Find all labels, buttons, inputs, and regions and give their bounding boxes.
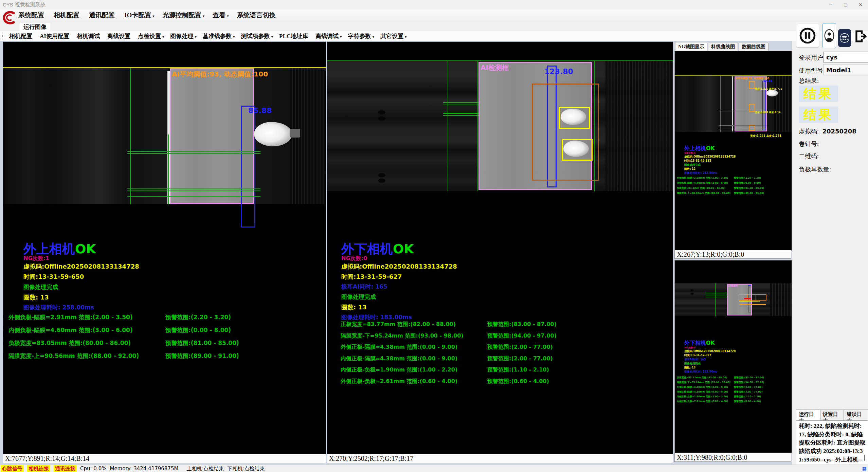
lower-camera-image[interactable]: AI检测框 123.80 — [327, 61, 673, 191]
green-detect-line — [127, 151, 260, 152]
menu-bar: 系统配置 相机配置 通讯配置 IO卡配置▾ 光源控制配置▾ 查看▾ 系统语言切换 — [0, 10, 868, 21]
window-controls: ─ ☐ ✕ — [823, 0, 868, 10]
toolbar-item[interactable]: PLC地址库 — [276, 32, 312, 40]
config-toolbar: 相机配置 AI使用配置 相机调试 离线设置 点检设置▾ 图像处理▾ 基准线参数▾… — [0, 31, 868, 41]
upper-camera-image[interactable]: AI平均阈值:93, 动态阈值:100 85.88 — [3, 68, 326, 204]
ng-preview-lower[interactable]: AI检测框 外下相机OK NG次数:0 虚拟码:Offline202502081… — [674, 260, 792, 453]
toolbar-item[interactable]: 字符参数▾ — [345, 32, 378, 40]
measurement-text: 隔膜宽度-下=95.24mm 范围:(93.00 - 98.00) — [677, 381, 730, 384]
toolbar-item[interactable]: 离线设置 — [104, 32, 135, 40]
warning-range-text: 预警范围:(94.00 - 97.00) — [734, 381, 764, 384]
loop-count-text: 圈数: 12 — [684, 167, 695, 171]
virtual-code-text: 虚拟码:Offline20250208133134728 — [23, 262, 139, 271]
toolbar-item[interactable]: 图像处理▾ — [167, 32, 200, 40]
warning-range-text: 预警范围:(0.60 - 4.00) — [487, 378, 549, 385]
camera-result-title: 外下相机OK — [684, 340, 715, 347]
camera-title: 外下相机 — [684, 340, 706, 346]
chevron-down-icon: ▾ — [405, 35, 407, 39]
warning-range-text: 预警范围:(1.10 - 2.10) — [487, 366, 549, 374]
pause-button[interactable] — [796, 24, 819, 48]
result-ok-text: OK — [393, 241, 414, 256]
warning-range-text: 预警范围:(81.00 - 85.00) — [734, 186, 764, 190]
orange-defect-box — [749, 125, 755, 131]
toolbar-item[interactable]: 相机配置 — [6, 32, 37, 40]
blue-measure-box — [241, 106, 255, 228]
measurement-text: 内侧正极-隔膜=4.38mm 范围:(0.00 - 9.00) — [677, 390, 728, 394]
title-bar: CYS-视觉检测系统 ─ ☐ ✕ — [0, 0, 868, 10]
bolt-dots — [690, 289, 694, 291]
warning-range-text: 预警范围:(89.00 - 91.00) — [734, 192, 764, 195]
warning-range-text: 预警范围:(1.10 - 2.10) — [734, 395, 761, 398]
virtual-code-value: 20250208 — [822, 128, 856, 135]
warning-range-text: 预警范围:(89.00 - 91.00) — [165, 352, 239, 360]
measurement-text: 内侧正极-隔膜=4.38mm 范围:(0.00 - 9.00) — [341, 355, 457, 362]
green-edge-line-vertical — [130, 68, 131, 204]
toolbar-item[interactable]: 测试项参数▾ — [238, 32, 276, 40]
virtual-code-text: 虚拟码:Offline20250208133134728 — [684, 155, 736, 159]
orange-defect-grid — [739, 294, 766, 301]
ng-count-text: NG次数:0 — [341, 255, 367, 262]
menu-item[interactable]: 系统配置 — [14, 11, 50, 20]
green-detect-line — [127, 190, 260, 191]
pixel-coordinate-text: X:311;Y:980;R:0;G:0;B:0 — [677, 454, 747, 461]
toolbar-item[interactable]: 离线调试▾ — [312, 32, 345, 40]
process-done-text: 图像处理完成 — [23, 283, 58, 291]
model-field[interactable]: Model1 — [823, 65, 868, 75]
warning-range-text: 预警范围:(2.00 - 77.00) — [734, 385, 762, 389]
toolbar-item[interactable]: 基准线参数▾ — [200, 32, 238, 40]
resize-grip-icon[interactable]: ▦ — [862, 466, 867, 471]
minimize-button[interactable]: ─ — [823, 0, 838, 10]
green-detect-line — [719, 129, 766, 129]
ai-box-label: AI检测框 — [481, 63, 509, 72]
view-tab-bar: 运行图像 — [0, 21, 868, 32]
measurement-text: 正极宽度=83.77mm 范围:(82.00 - 88.00) — [341, 321, 456, 328]
result-display-2: 结果 — [799, 107, 838, 123]
process-time-text: 图像处理耗时: 242.00ms — [684, 171, 718, 175]
upper-camera-view[interactable]: AI平均阈值:93, 动态阈值:100 85.88 外上相机OK NG次数:1 … — [3, 41, 326, 463]
pixel-coordinate-bar: X:270;Y:2502;R:17;G:17;B:17 — [327, 454, 673, 463]
chevron-down-icon: ▾ — [373, 35, 375, 39]
log-content-panel[interactable]: 耗时: 222, 缺陷检测耗时: 17, 缺陷分类耗时: 0, 缺陷提取分区耗时… — [796, 420, 868, 471]
qr-code-label: 二维码: — [799, 152, 819, 160]
exit-button[interactable] — [854, 26, 868, 47]
ng-preview-upper[interactable]: AI平均阈值:93, 动态阈值:100 85.88 宽度:1.226 高度:1.… — [674, 51, 792, 251]
bolt-dots — [378, 110, 385, 114]
toolbar-item[interactable]: 其它设置▾ — [377, 32, 410, 40]
user-login-button[interactable] — [822, 23, 836, 48]
tab-run-image[interactable]: 运行图像 — [19, 22, 51, 31]
tab-data-curve[interactable]: 数据曲线图 — [739, 43, 768, 51]
heartbeat-status-badge: 心跳信号 — [1, 465, 24, 472]
tab-line-curve[interactable]: 料线曲线图 — [708, 43, 738, 51]
toolbar-grip-handle[interactable] — [2, 33, 4, 39]
user-group-button[interactable] — [838, 29, 851, 47]
tab-ai-time-text: 极耳AI耗时: 165 — [341, 283, 387, 291]
menu-item[interactable]: 系统语言切换 — [233, 11, 281, 20]
log-content-text: 耗时: 222, 缺陷检测耗时: 17, 缺陷分类耗时: 0, 缺陷提取分区耗时… — [799, 423, 866, 471]
roller-texture — [770, 283, 792, 316]
close-button[interactable]: ✕ — [853, 0, 868, 10]
toolbar-item[interactable]: 点检设置▾ — [135, 32, 167, 40]
pixel-coordinate-bar: X:311;Y:980;R:0;G:0;B:0 — [674, 453, 791, 462]
chevron-down-icon: ▾ — [162, 35, 164, 39]
menu-item[interactable]: 相机配置 — [50, 11, 85, 20]
warning-range-text: 预警范围:(81.00 - 85.00) — [165, 339, 239, 347]
toolbar-item[interactable]: 相机调试 — [74, 32, 104, 40]
login-user-field[interactable]: cys — [823, 52, 868, 62]
tab-ng-screenshot[interactable]: NG截图显示 — [675, 42, 707, 51]
menu-item-list: 系统配置 相机配置 通讯配置 IO卡配置▾ 光源控制配置▾ 查看▾ 系统语言切换 — [14, 10, 281, 21]
menu-item[interactable]: 查看▾ — [209, 11, 233, 20]
green-edge-line-vertical-2 — [477, 61, 478, 191]
maximize-button[interactable]: ☐ — [838, 0, 853, 10]
measurement-text: 内侧负极-隔膜=4.60mm 范围:(3.00 - 6.00) — [8, 326, 133, 334]
menu-item[interactable]: IO卡配置▾ — [120, 11, 159, 20]
model-label: 使用型号: — [799, 67, 825, 75]
menu-item[interactable]: 通讯配置 — [85, 11, 120, 20]
process-done-text: 图像处理完成 — [341, 293, 376, 301]
memory-usage-text: Memory: 3424.41796875M — [110, 466, 178, 472]
menu-item[interactable]: 光源控制配置▾ — [159, 11, 209, 20]
pixel-coordinate-bar: X:7677;Y:891;R:14;G:14;B:14 — [3, 454, 326, 463]
measurement-text: 外侧正极-负极=2.61mm 范围:(0.60 - 4.00) — [341, 378, 457, 385]
lower-camera-view[interactable]: AI检测框 123.80 外下相机OK NG次数:0 虚拟码:Offline20… — [327, 41, 673, 463]
preview-image: AI检测框 — [675, 283, 792, 316]
toolbar-item[interactable]: AI使用配置 — [37, 32, 74, 40]
